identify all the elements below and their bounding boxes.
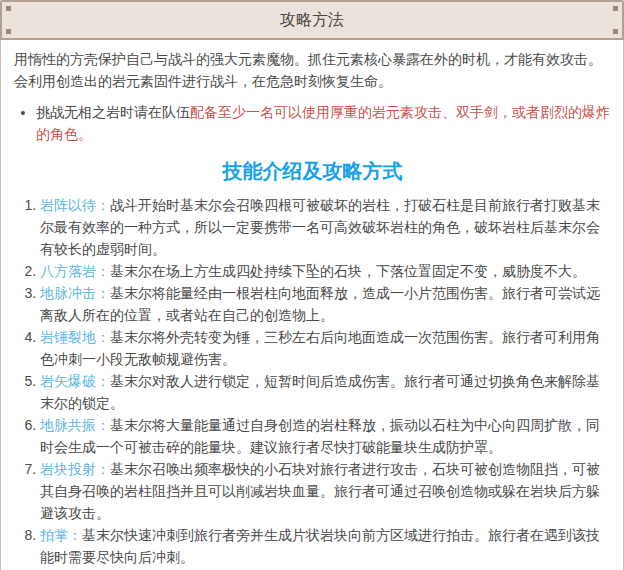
skill-description: 基末尔在场上方生成四处持续下坠的石块，下落位置固定不变，威胁度不大。 — [110, 263, 586, 279]
skill-item: 岩矢爆破：基末尔对敌人进行锁定，短暂时间后造成伤害。旅行者可通过切换角色来解除基… — [40, 370, 611, 414]
corner-rivet-icon — [6, 29, 11, 34]
skill-name-link[interactable]: 地脉冲击： — [40, 285, 110, 301]
skill-description: 战斗开始时基末尔会召唤四根可被破坏的岩柱，打破石柱是目前旅行者打败基末尔最有效率… — [40, 197, 600, 257]
skill-name-link[interactable]: 地脉共振： — [40, 417, 110, 433]
strategy-guide-panel: 攻略方法 用惰性的方壳保护自己与战斗的强大元素魔物。抓住元素核心暴露在外的时机，… — [0, 0, 624, 570]
skill-description: 基末尔将能量经由一根岩柱向地面释放，造成一小片范围伤害。旅行者可尝试远离敌人所在… — [40, 285, 600, 323]
skill-name-link[interactable]: 岩锤裂地： — [40, 329, 110, 345]
tip-text: 挑战无相之岩时请在队伍 — [36, 104, 190, 120]
skill-item: 岩锤裂地：基末尔将外壳转变为锤，三秒左右后向地面造成一次范围伤害。旅行者可利用角… — [40, 326, 611, 370]
skills-list: 岩阵以待：战斗开始时基末尔会召唤四根可被破坏的岩柱，打破石柱是目前旅行者打败基末… — [14, 194, 611, 568]
corner-rivet-icon — [613, 6, 618, 11]
skill-description: 基末尔对敌人进行锁定，短暂时间后造成伤害。旅行者可通过切换角色来解除基末尔的锁定… — [40, 373, 600, 411]
skill-name-link[interactable]: 八方落岩： — [40, 263, 110, 279]
skill-item: 地脉共振：基末尔将大量能量通过自身创造的岩柱释放，振动以石柱为中心向四周扩散，同… — [40, 414, 611, 458]
panel-header: 攻略方法 — [0, 0, 624, 40]
skill-item: 八方落岩：基末尔在场上方生成四处持续下坠的石块，下落位置固定不变，威胁度不大。 — [40, 260, 611, 282]
skill-item: 地脉冲击：基末尔将能量经由一根岩柱向地面释放，造成一小片范围伤害。旅行者可尝试远… — [40, 282, 611, 326]
skill-description: 基末尔快速冲刺到旅行者旁并生成片状岩块向前方区域进行拍击。旅行者在遇到该技能时需… — [40, 527, 600, 565]
skill-name-link[interactable]: 岩矢爆破： — [40, 373, 110, 389]
tip-item: 挑战无相之岩时请在队伍配备至少一名可以使用厚重的岩元素攻击、双手剑，或者剧烈的爆… — [36, 101, 611, 145]
intro-paragraph: 用惰性的方壳保护自己与战斗的强大元素魔物。抓住元素核心暴露在外的时机，才能有效攻… — [14, 48, 611, 92]
skill-name-link[interactable]: 岩块投射： — [40, 461, 110, 477]
skill-description: 基末尔召唤出频率极快的小石块对旅行者进行攻击，石块可被创造物阻挡，可被其自身召唤… — [40, 461, 600, 521]
skill-name-link[interactable]: 岩阵以待： — [40, 197, 110, 213]
skill-description: 基末尔将外壳转变为锤，三秒左右后向地面造成一次范围伤害。旅行者可利用角色冲刺一小… — [40, 329, 600, 367]
section-heading: 技能介绍及攻略方式 — [14, 158, 611, 185]
panel-title: 攻略方法 — [280, 10, 344, 31]
skill-item: 拍掌：基末尔快速冲刺到旅行者旁并生成片状岩块向前方区域进行拍击。旅行者在遇到该技… — [40, 524, 611, 568]
skill-name-link[interactable]: 拍掌： — [40, 527, 82, 543]
skill-description: 基末尔将大量能量通过自身创造的岩柱释放，振动以石柱为中心向四周扩散，同时会生成一… — [40, 417, 600, 455]
skill-item: 岩块投射：基末尔召唤出频率极快的小石块对旅行者进行攻击，石块可被创造物阻挡，可被… — [40, 458, 611, 524]
skill-item: 岩阵以待：战斗开始时基末尔会召唤四根可被破坏的岩柱，打破石柱是目前旅行者打败基末… — [40, 194, 611, 260]
corner-rivet-icon — [6, 6, 11, 11]
tips-list: 挑战无相之岩时请在队伍配备至少一名可以使用厚重的岩元素攻击、双手剑，或者剧烈的爆… — [14, 101, 611, 145]
corner-rivet-icon — [613, 29, 618, 34]
panel-body: 用惰性的方壳保护自己与战斗的强大元素魔物。抓住元素核心暴露在外的时机，才能有效攻… — [0, 40, 624, 570]
